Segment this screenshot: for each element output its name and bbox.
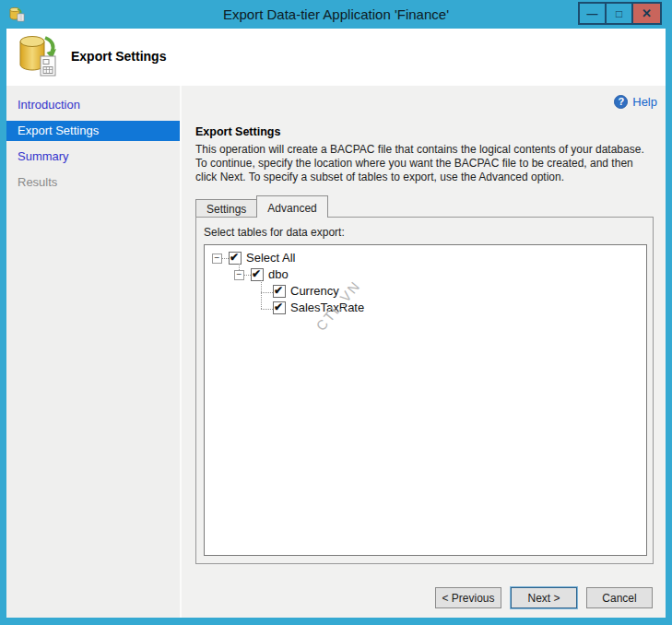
step-content: ? Help Export Settings This operation wi… <box>183 86 666 618</box>
wizard-header: Export Settings <box>6 29 666 86</box>
close-button[interactable]: ✕ <box>631 2 662 25</box>
window-controls: — □ ✕ <box>580 2 662 25</box>
help-link[interactable]: ? Help <box>614 95 657 109</box>
checkbox-select-all[interactable]: ✔ <box>229 252 242 265</box>
minimize-button[interactable]: — <box>578 2 607 25</box>
checkbox-salestaxrate[interactable]: ✔ <box>273 301 286 314</box>
maximize-icon: □ <box>616 8 622 19</box>
check-icon: ✔ <box>252 267 261 280</box>
cancel-button[interactable]: Cancel <box>586 587 653 608</box>
database-export-icon <box>17 33 59 81</box>
minimize-icon: — <box>587 9 598 18</box>
checkbox-currency[interactable]: ✔ <box>273 285 286 298</box>
sidebar-item-introduction[interactable]: Introduction <box>6 95 180 115</box>
maximize-button[interactable]: □ <box>605 2 633 25</box>
help-icon: ? <box>614 95 628 109</box>
collapse-icon: − <box>213 254 221 262</box>
titlebar: Export Data-tier Application 'Finance' —… <box>0 0 672 29</box>
tree-connector <box>222 258 229 259</box>
previous-button[interactable]: < Previous <box>435 587 501 608</box>
expand-toggle-dbo[interactable]: − <box>234 270 244 280</box>
tree-connector <box>244 275 251 276</box>
sidebar-item-summary[interactable]: Summary <box>6 147 180 167</box>
tree-connector <box>261 292 273 293</box>
tab-strip: Settings Advanced <box>195 195 328 218</box>
tree-connector <box>261 280 262 309</box>
advanced-tab-panel: Select tables for data export: − ✔ Selec… <box>195 217 654 564</box>
sidebar-item-export-settings[interactable]: Export Settings <box>6 121 180 141</box>
expand-toggle-select-all[interactable]: − <box>212 254 222 264</box>
section-description: This operation will create a BACPAC file… <box>195 143 644 184</box>
section-heading: Export Settings <box>195 125 280 138</box>
sidebar-item-results: Results <box>6 172 180 193</box>
tree-connector <box>261 309 273 310</box>
description-line: This operation will create a BACPAC file… <box>195 143 644 157</box>
tab-settings[interactable]: Settings <box>195 199 257 218</box>
tab-advanced[interactable]: Advanced <box>256 195 327 218</box>
check-icon: ✔ <box>274 301 283 313</box>
description-line: click Next. To specify a subset of table… <box>195 171 644 184</box>
tree-item-currency[interactable]: Currency <box>290 284 339 299</box>
tree-item-select-all[interactable]: Select All <box>246 251 295 265</box>
step-sidebar: Introduction Export Settings Summary Res… <box>6 86 182 618</box>
wizard-buttons: < Previous Next > Cancel <box>435 587 653 608</box>
checkbox-dbo[interactable]: ✔ <box>251 268 264 281</box>
check-icon: ✔ <box>274 284 283 297</box>
help-label: Help <box>632 95 657 109</box>
tree-label: Select tables for data export: <box>204 226 345 239</box>
close-icon: ✕ <box>642 7 652 19</box>
export-wizard-window: Export Data-tier Application 'Finance' —… <box>0 0 672 625</box>
tables-tree: − ✔ Select All − <box>204 244 647 556</box>
page-title: Export Settings <box>71 49 166 64</box>
check-icon: ✔ <box>230 251 239 264</box>
tree-item-dbo[interactable]: dbo <box>268 267 289 282</box>
window-title: Export Data-tier Application 'Finance' <box>0 0 672 29</box>
wizard-body: Introduction Export Settings Summary Res… <box>6 86 666 618</box>
description-line: To continue, specify the location where … <box>195 157 644 171</box>
collapse-icon: − <box>235 271 243 278</box>
dialog-frame: Export Settings Introduction Export Sett… <box>6 29 666 618</box>
next-button[interactable]: Next > <box>511 587 577 608</box>
